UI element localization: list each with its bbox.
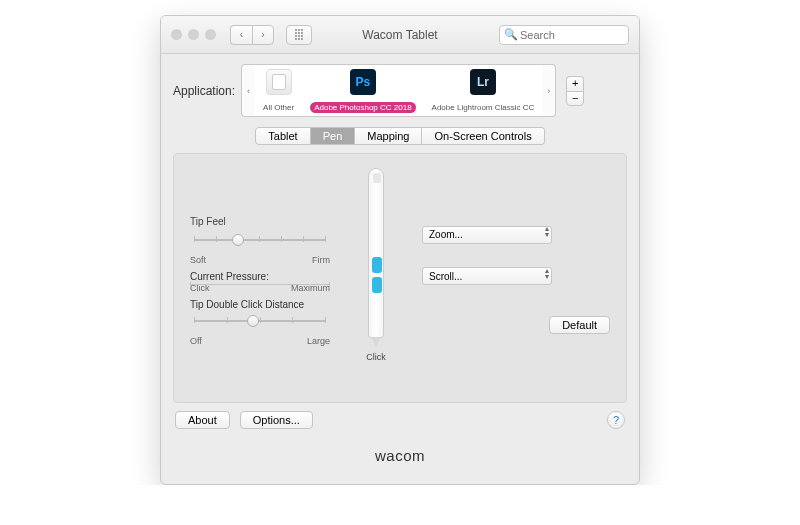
upper-button-select[interactable]: Zoom... ▴▾ xyxy=(422,224,552,244)
tip-action-label: Click xyxy=(366,352,386,362)
tab-pen[interactable]: Pen xyxy=(311,127,356,145)
double-click-label: Tip Double Click Distance xyxy=(190,299,330,310)
grid-icon xyxy=(295,29,303,40)
pen-icon xyxy=(368,168,384,338)
pen-button-settings: Zoom... ▴▾ Scroll... ▴▾ Default xyxy=(422,168,610,334)
help-button[interactable]: ? xyxy=(607,411,625,429)
tab-mapping[interactable]: Mapping xyxy=(355,127,422,145)
app-lightroom[interactable]: Lr Adobe Lightroom Classic CC xyxy=(424,65,543,116)
app-photoshop[interactable]: Ps Adobe Photoshop CC 2018 xyxy=(302,65,423,116)
forward-button[interactable]: › xyxy=(252,25,274,45)
titlebar: ‹ › Wacom Tablet 🔍 xyxy=(161,16,639,54)
lower-button-dropdown[interactable]: Scroll... xyxy=(422,267,552,285)
app-label: Adobe Photoshop CC 2018 xyxy=(310,102,415,113)
app-scroll-left[interactable]: ‹ xyxy=(241,64,255,117)
tip-feel-label: Tip Feel xyxy=(190,216,330,227)
minimize-icon[interactable] xyxy=(188,29,199,40)
settings-tabs: Tablet Pen Mapping On-Screen Controls xyxy=(173,127,627,145)
add-app-button[interactable]: + xyxy=(566,76,584,91)
window-controls xyxy=(171,29,216,40)
current-pressure-label: Current Pressure: xyxy=(190,271,330,282)
app-label: Adobe Lightroom Classic CC xyxy=(432,103,535,112)
nav-buttons: ‹ › xyxy=(230,25,274,45)
lightroom-icon: Lr xyxy=(470,69,496,95)
brand-logo: wacom xyxy=(173,429,627,472)
pressure-meter xyxy=(190,284,330,285)
maximize-icon[interactable] xyxy=(205,29,216,40)
search-input[interactable] xyxy=(499,25,629,45)
about-button[interactable]: About xyxy=(175,411,230,429)
tip-settings: Tip Feel Soft Firm Current Pressure: Cli… xyxy=(190,168,330,346)
application-label: Application: xyxy=(173,84,235,98)
lower-button-select[interactable]: Scroll... ▴▾ xyxy=(422,266,552,286)
back-button[interactable]: ‹ xyxy=(230,25,252,45)
pen-diagram: Click xyxy=(346,168,406,362)
close-icon[interactable] xyxy=(171,29,182,40)
tab-tablet[interactable]: Tablet xyxy=(255,127,310,145)
options-button[interactable]: Options... xyxy=(240,411,313,429)
app-scroll-right[interactable]: › xyxy=(542,64,556,117)
preferences-window: ‹ › Wacom Tablet 🔍 Application: ‹ All Ot… xyxy=(160,15,640,485)
search-field[interactable]: 🔍 xyxy=(499,25,629,45)
search-icon: 🔍 xyxy=(504,28,518,41)
double-click-slider[interactable] xyxy=(190,312,330,338)
tip-feel-slider[interactable] xyxy=(190,231,330,257)
all-other-icon xyxy=(266,69,292,95)
tab-on-screen-controls[interactable]: On-Screen Controls xyxy=(422,127,544,145)
pen-settings-pane: Tip Feel Soft Firm Current Pressure: Cli… xyxy=(173,153,627,403)
application-row: Application: ‹ All Other Ps Adobe Photos… xyxy=(173,64,627,117)
show-all-button[interactable] xyxy=(286,25,312,45)
app-add-remove: + − xyxy=(566,76,584,106)
pen-upper-button-icon xyxy=(372,257,382,273)
footer: About Options... ? xyxy=(173,403,627,429)
upper-button-dropdown[interactable]: Zoom... xyxy=(422,226,552,244)
pen-lower-button-icon xyxy=(372,277,382,293)
photoshop-icon: Ps xyxy=(350,69,376,95)
default-button[interactable]: Default xyxy=(549,316,610,334)
application-list: All Other Ps Adobe Photoshop CC 2018 Lr … xyxy=(255,64,542,117)
app-all-other[interactable]: All Other xyxy=(255,65,302,116)
app-label: All Other xyxy=(263,103,294,112)
remove-app-button[interactable]: − xyxy=(566,91,584,106)
